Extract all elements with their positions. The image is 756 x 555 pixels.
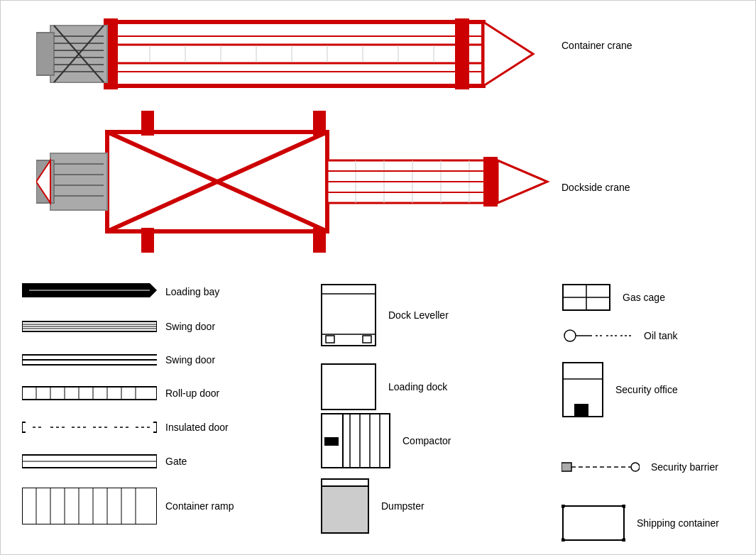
shipping-container-item: Shipping container <box>561 505 719 542</box>
svg-rect-109 <box>324 437 339 446</box>
svg-rect-18 <box>455 18 469 89</box>
svg-marker-19 <box>483 22 533 86</box>
loading-bay-icon <box>22 283 157 300</box>
insulated-door-icon <box>22 419 157 435</box>
gate-icon <box>22 454 157 469</box>
svg-rect-48 <box>50 153 107 210</box>
loading-dock-label: Loading dock <box>388 381 447 392</box>
security-barrier-item: Security barrier <box>561 458 718 476</box>
container-ramp-icon <box>22 488 157 524</box>
swing-door-2-item: Swing door <box>22 352 215 368</box>
gate-label: Gate <box>165 456 187 467</box>
shipping-container-label: Shipping container <box>637 517 719 529</box>
loading-dock-icon <box>320 363 377 411</box>
oil-tank-label: Oil tank <box>644 330 677 341</box>
dock-leveller-icon <box>320 283 377 347</box>
gate-item: Gate <box>22 454 187 469</box>
gas-cage-label: Gas cage <box>623 292 665 303</box>
shipping-container-icon <box>561 505 625 542</box>
swing-door-1-label: Swing door <box>165 321 215 332</box>
svg-rect-124 <box>561 463 571 471</box>
svg-rect-101 <box>363 336 371 343</box>
swing-door-1-item: Swing door <box>22 319 215 334</box>
svg-rect-110 <box>322 479 368 533</box>
svg-point-115 <box>564 330 576 341</box>
svg-rect-36 <box>313 228 326 253</box>
loading-dock-item: Loading dock <box>320 363 447 411</box>
security-office-item: Security office <box>561 361 678 418</box>
rollup-door-item: Roll-up door <box>22 385 219 401</box>
svg-rect-34 <box>313 111 326 136</box>
security-office-icon <box>561 361 604 418</box>
swing-door-1-icon <box>22 319 157 334</box>
container-crane-svg <box>36 8 554 100</box>
dock-leveller-item: Dock Leveller <box>320 283 449 347</box>
container-ramp-label: Container ramp <box>165 500 234 512</box>
dumpster-label: Dumpster <box>381 500 424 512</box>
svg-rect-123 <box>574 404 588 417</box>
loading-bay-label: Loading bay <box>165 286 219 297</box>
swing-door-2-label: Swing door <box>165 354 215 366</box>
svg-rect-0 <box>107 45 483 63</box>
compactor-label: Compactor <box>402 435 451 446</box>
svg-rect-88 <box>22 488 157 524</box>
rollup-door-label: Roll-up door <box>165 388 219 399</box>
svg-rect-35 <box>141 228 154 253</box>
svg-marker-47 <box>498 160 547 203</box>
insulated-door-label: Insulated door <box>165 422 229 433</box>
loading-bay-item: Loading bay <box>22 283 219 300</box>
dockside-crane-svg <box>36 111 554 253</box>
svg-rect-21 <box>36 33 54 75</box>
compactor-item: Compactor <box>320 412 451 469</box>
svg-rect-111 <box>322 479 368 486</box>
svg-rect-100 <box>326 336 334 343</box>
oil-tank-icon <box>561 327 632 344</box>
svg-rect-33 <box>141 111 154 136</box>
svg-point-126 <box>631 463 640 471</box>
svg-rect-127 <box>563 506 624 540</box>
container-crane-label: Container crane <box>561 40 632 51</box>
compactor-icon <box>320 412 391 469</box>
dockside-crane-label: Dockside crane <box>561 182 630 193</box>
dumpster-icon <box>320 478 370 534</box>
gas-cage-item: Gas cage <box>561 283 665 312</box>
dock-leveller-label: Dock Leveller <box>388 309 449 321</box>
rollup-door-icon <box>22 385 157 401</box>
gas-cage-icon <box>561 283 611 312</box>
security-barrier-label: Security barrier <box>651 461 718 473</box>
dumpster-item: Dumpster <box>320 478 424 534</box>
swing-door-2-icon <box>22 352 157 368</box>
security-barrier-icon <box>561 458 640 476</box>
svg-rect-65 <box>22 387 157 400</box>
main-page: Container crane Dockside crane <box>0 0 756 555</box>
oil-tank-item: Oil tank <box>561 327 677 344</box>
security-office-label: Security office <box>615 384 678 395</box>
container-ramp-item: Container ramp <box>22 488 234 524</box>
svg-rect-102 <box>322 364 376 410</box>
insulated-door-item: Insulated door <box>22 419 229 435</box>
svg-rect-46 <box>483 157 498 207</box>
